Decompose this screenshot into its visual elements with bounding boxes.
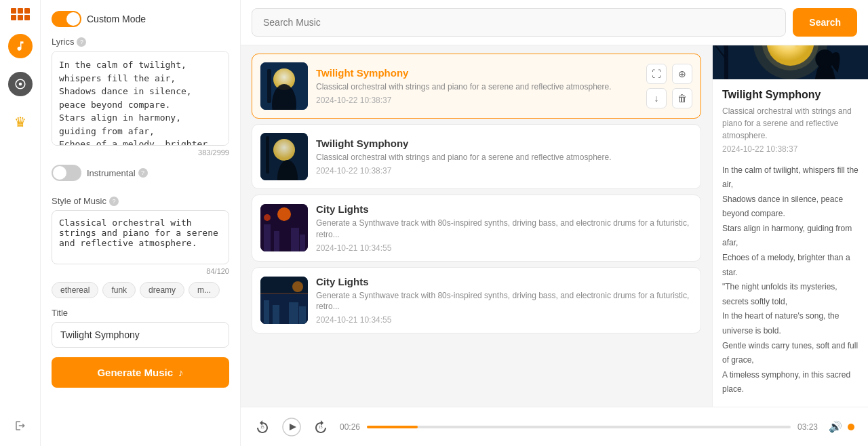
result-thumb-4: [260, 277, 308, 324]
right-content: Twilight Symphony Classical orchestral w…: [713, 79, 868, 407]
volume-dot[interactable]: [848, 424, 854, 430]
forward-15-button[interactable]: 15: [313, 419, 329, 435]
svg-rect-20: [289, 302, 298, 324]
result-title-2: Twilight Symphony: [316, 138, 692, 149]
style-label: Style of Music ?: [52, 196, 229, 206]
svg-point-10: [277, 207, 291, 221]
delete-button-1[interactable]: 🗑: [672, 88, 692, 108]
style-help-icon[interactable]: ?: [109, 197, 119, 206]
result-desc-4: Generate a Synthwave track with 80s-insp…: [316, 290, 692, 313]
result-thumb-3: [260, 204, 308, 251]
result-title-1: Twilight Symphony: [316, 67, 638, 79]
tag-funk[interactable]: funk: [102, 282, 136, 298]
svg-rect-21: [299, 306, 306, 324]
album-art: [713, 45, 868, 79]
tag-more[interactable]: m...: [189, 282, 220, 298]
title-label: Title: [52, 308, 229, 318]
svg-rect-13: [291, 228, 299, 251]
progress-area: 00:26 03:23: [340, 422, 818, 432]
play-button[interactable]: [280, 415, 303, 439]
svg-rect-19: [273, 305, 279, 324]
right-date: 2024-10-22 10:38:37: [722, 144, 859, 154]
svg-rect-8: [266, 136, 269, 174]
right-panel: Twilight Symphony Classical orchestral w…: [712, 45, 868, 407]
style-char-count: 84/120: [52, 267, 229, 275]
custom-mode-label: Custom Mode: [87, 14, 146, 24]
sidebar: ♛: [0, 0, 41, 446]
result-thumb-2: [260, 133, 308, 180]
result-card-3[interactable]: City Lights Generate a Synthwave track w…: [252, 195, 701, 262]
volume-area: 🔊: [829, 420, 854, 433]
sidebar-icon-music[interactable]: [8, 34, 33, 58]
svg-point-22: [292, 281, 303, 292]
style-music-textarea[interactable]: Classical orchestral with strings and pi…: [52, 210, 229, 264]
svg-text:15: 15: [319, 425, 323, 429]
share-button-1[interactable]: ⊕: [672, 64, 692, 84]
result-card-1[interactable]: Twilight Symphony Classical orchestral w…: [252, 54, 701, 119]
svg-rect-4: [267, 69, 271, 103]
result-actions-1: ⛶ ⊕ ↓ 🗑: [646, 64, 692, 108]
search-input[interactable]: [252, 8, 786, 37]
svg-marker-43: [290, 424, 296, 430]
svg-text:15: 15: [260, 425, 264, 429]
svg-point-15: [264, 214, 271, 221]
center-panel: Twilight Symphony Classical orchestral w…: [241, 45, 712, 407]
right-desc: Classical orchestral with strings and pi…: [722, 105, 859, 142]
lyrics-char-count: 383/2999: [52, 148, 229, 157]
left-panel: Custom Mode Lyrics ? In the calm of twil…: [41, 0, 241, 446]
lyrics-textarea[interactable]: In the calm of twilight, whispers fill t…: [52, 51, 229, 146]
result-desc-1: Classical orchestral with strings and pi…: [316, 81, 638, 93]
search-button[interactable]: Search: [793, 8, 857, 37]
instrumental-toggle[interactable]: [52, 165, 81, 181]
search-bar-row: Search: [241, 0, 868, 45]
svg-rect-14: [300, 235, 305, 251]
toggle-knob: [66, 12, 80, 26]
time-total: 03:23: [797, 422, 818, 432]
rewind-15-button[interactable]: 15: [254, 419, 271, 435]
instrumental-help-icon[interactable]: ?: [138, 168, 148, 178]
progress-bar[interactable]: [367, 426, 791, 428]
generate-music-button[interactable]: Generate Music ♪: [52, 357, 229, 388]
title-input[interactable]: [52, 322, 229, 348]
result-title-4: City Lights: [316, 276, 692, 287]
time-current: 00:26: [340, 422, 360, 432]
result-desc-2: Classical orchestral with strings and pi…: [316, 152, 692, 163]
svg-rect-18: [264, 300, 269, 324]
custom-mode-row: Custom Mode: [52, 11, 229, 27]
result-info-1: Twilight Symphony Classical orchestral w…: [316, 67, 638, 105]
expand-button-1[interactable]: ⛶: [646, 64, 667, 84]
instrumental-row: Instrumental ?: [52, 165, 229, 181]
volume-icon: 🔊: [829, 420, 842, 433]
result-date-2: 2024-10-22 10:38:37: [316, 166, 692, 176]
lyrics-help-icon[interactable]: ?: [77, 37, 86, 47]
svg-point-6: [273, 139, 295, 161]
toggle-off-knob: [53, 166, 66, 180]
result-date-1: 2024-10-22 10:38:37: [316, 96, 638, 105]
svg-rect-11: [264, 224, 271, 251]
result-date-3: 2024-10-21 10:34:55: [316, 243, 692, 253]
svg-point-0: [18, 83, 22, 86]
player-controls: 15 15: [254, 415, 329, 439]
custom-mode-toggle[interactable]: [52, 11, 81, 27]
results-list: Twilight Symphony Classical orchestral w…: [241, 45, 712, 407]
grid-logo: [11, 8, 30, 20]
music-note-icon: ♪: [178, 367, 184, 378]
result-card-4[interactable]: City Lights Generate a Synthwave track w…: [252, 267, 701, 334]
download-button-1[interactable]: ↓: [646, 88, 667, 108]
tag-ethereal[interactable]: ethereal: [52, 282, 98, 298]
right-title: Twilight Symphony: [722, 89, 859, 101]
progress-fill: [367, 426, 418, 428]
result-info-3: City Lights Generate a Synthwave track w…: [316, 203, 692, 253]
tag-dreamy[interactable]: dreamy: [140, 282, 184, 298]
result-info-2: Twilight Symphony Classical orchestral w…: [316, 138, 692, 176]
sidebar-icon-musical[interactable]: [8, 72, 33, 96]
result-card-2[interactable]: Twilight Symphony Classical orchestral w…: [252, 124, 701, 189]
sidebar-icon-crown[interactable]: ♛: [8, 110, 33, 134]
lyrics-label: Lyrics ?: [52, 37, 229, 47]
sidebar-icon-logout[interactable]: [8, 413, 33, 438]
svg-rect-12: [274, 231, 279, 251]
result-thumb-1: [260, 62, 308, 110]
instrumental-label: Instrumental ?: [87, 168, 148, 178]
result-date-4: 2024-10-21 10:34:55: [316, 315, 692, 325]
result-desc-3: Generate a Synthwave track with 80s-insp…: [316, 218, 692, 241]
